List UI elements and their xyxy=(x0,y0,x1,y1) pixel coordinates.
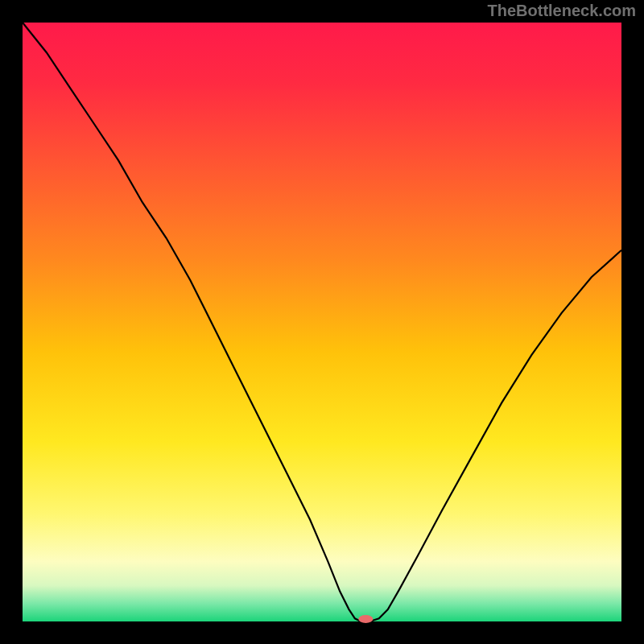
plot-gradient-background xyxy=(23,23,621,621)
chart-svg xyxy=(0,0,644,644)
optimal-point-marker xyxy=(358,615,373,623)
bottleneck-chart: TheBottleneck.com xyxy=(0,0,644,644)
watermark-text: TheBottleneck.com xyxy=(488,2,636,20)
